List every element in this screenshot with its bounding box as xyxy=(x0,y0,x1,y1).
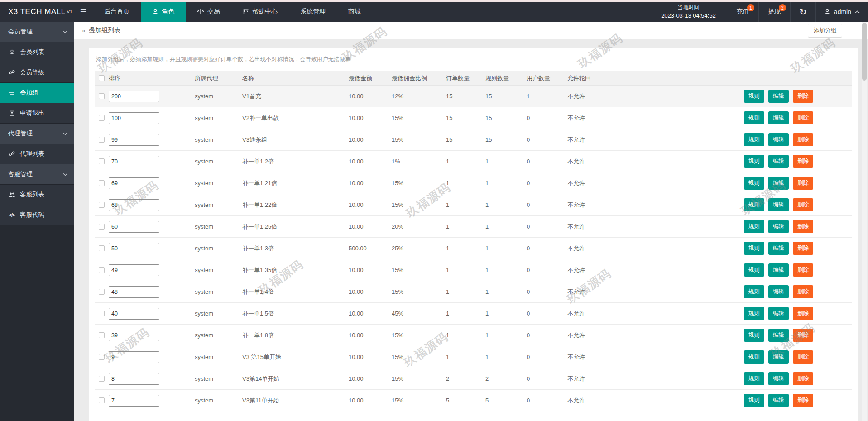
row-checkbox[interactable] xyxy=(99,354,105,360)
sort-input[interactable] xyxy=(109,177,159,189)
sidebar-item-member-level[interactable]: 会员等级 xyxy=(0,62,74,83)
nav-item-mall[interactable]: 商城 xyxy=(337,2,372,22)
rule-button[interactable]: 规则 xyxy=(744,155,764,168)
edit-button[interactable]: 编辑 xyxy=(768,285,789,298)
delete-button[interactable]: 删除 xyxy=(793,177,813,190)
row-checkbox[interactable] xyxy=(99,137,105,143)
sort-input[interactable] xyxy=(109,221,159,233)
add-group-button[interactable]: 添加分组 xyxy=(808,24,842,38)
edit-button[interactable]: 编辑 xyxy=(768,263,789,277)
sidebar-item-support-list[interactable]: 客服列表 xyxy=(0,185,74,205)
row-checkbox[interactable] xyxy=(99,397,105,403)
row-checkbox[interactable] xyxy=(99,332,105,338)
rule-button[interactable]: 规则 xyxy=(744,263,764,277)
sort-input[interactable] xyxy=(109,199,159,211)
delete-button[interactable]: 删除 xyxy=(793,155,813,168)
sidebar-item-stack-group[interactable]: 叠加组 xyxy=(0,83,74,103)
sidebar-item-agent-list[interactable]: 代理列表 xyxy=(0,144,74,164)
row-checkbox[interactable] xyxy=(99,93,105,99)
row-checkbox[interactable] xyxy=(99,180,105,186)
rule-button[interactable]: 规则 xyxy=(744,242,764,255)
refresh-button[interactable]: ↻ xyxy=(790,2,815,22)
rule-button[interactable]: 规则 xyxy=(744,307,764,320)
sidebar-group-members[interactable]: 会员管理 xyxy=(0,22,74,42)
row-checkbox[interactable] xyxy=(99,245,105,251)
rule-button[interactable]: 规则 xyxy=(744,285,764,298)
edit-button[interactable]: 编辑 xyxy=(768,155,789,168)
delete-button[interactable]: 删除 xyxy=(793,285,813,298)
sort-input[interactable] xyxy=(109,330,159,341)
recharge-button[interactable]: 充值 1 xyxy=(727,2,758,22)
sort-input[interactable] xyxy=(109,395,159,407)
edit-button[interactable]: 编辑 xyxy=(768,350,789,364)
page-scrollbar[interactable] xyxy=(862,22,867,421)
edit-button[interactable]: 编辑 xyxy=(768,372,789,385)
rule-button[interactable]: 规则 xyxy=(744,111,764,124)
edit-button[interactable]: 编辑 xyxy=(768,307,789,320)
nav-item-system[interactable]: 系统管理 xyxy=(289,2,337,22)
sidebar-group-support[interactable]: 客服管理 xyxy=(0,164,74,185)
withdraw-button[interactable]: 提现 2 xyxy=(758,2,790,22)
delete-button[interactable]: 删除 xyxy=(793,90,813,103)
row-checkbox[interactable] xyxy=(99,115,105,121)
sort-input[interactable] xyxy=(109,373,159,385)
sort-input[interactable] xyxy=(109,112,159,124)
row-checkbox[interactable] xyxy=(99,376,105,382)
row-checkbox[interactable] xyxy=(99,311,105,316)
edit-button[interactable]: 编辑 xyxy=(768,242,789,255)
edit-button[interactable]: 编辑 xyxy=(768,220,789,233)
edit-button[interactable]: 编辑 xyxy=(768,177,789,190)
delete-button[interactable]: 删除 xyxy=(793,329,813,342)
sort-input[interactable] xyxy=(109,351,159,363)
rule-button[interactable]: 规则 xyxy=(744,177,764,190)
sidebar-group-agents[interactable]: 代理管理 xyxy=(0,124,74,144)
delete-button[interactable]: 删除 xyxy=(793,198,813,211)
scrollbar-thumb[interactable] xyxy=(862,23,867,81)
row-checkbox[interactable] xyxy=(99,158,105,164)
delete-button[interactable]: 删除 xyxy=(793,372,813,385)
rule-button[interactable]: 规则 xyxy=(744,133,764,146)
sort-input[interactable] xyxy=(109,243,159,254)
delete-button[interactable]: 删除 xyxy=(793,307,813,320)
rule-button[interactable]: 规则 xyxy=(744,220,764,233)
rule-button[interactable]: 规则 xyxy=(744,90,764,103)
row-checkbox[interactable] xyxy=(99,202,105,208)
edit-button[interactable]: 编辑 xyxy=(768,90,789,103)
sidebar-item-support-code[interactable]: </> 客服代码 xyxy=(0,205,74,225)
edit-button[interactable]: 编辑 xyxy=(768,198,789,211)
delete-button[interactable]: 删除 xyxy=(793,242,813,255)
rule-button[interactable]: 规则 xyxy=(744,198,764,211)
rule-button[interactable]: 规则 xyxy=(744,372,764,385)
sidebar-toggle-button[interactable]: ☰ xyxy=(74,2,93,22)
delete-button[interactable]: 删除 xyxy=(793,350,813,364)
sort-input[interactable] xyxy=(109,286,159,298)
nav-item-roles[interactable]: 角色 xyxy=(141,2,186,22)
row-checkbox[interactable] xyxy=(99,224,105,230)
edit-button[interactable]: 编辑 xyxy=(768,329,789,342)
select-all-checkbox[interactable] xyxy=(99,75,105,81)
row-checkbox[interactable] xyxy=(99,289,105,295)
user-menu[interactable]: admin xyxy=(815,2,868,22)
delete-button[interactable]: 删除 xyxy=(793,133,813,146)
sort-input[interactable] xyxy=(109,156,159,167)
sort-input[interactable] xyxy=(109,91,159,102)
nav-item-trade[interactable]: 交易 xyxy=(186,2,231,22)
edit-button[interactable]: 编辑 xyxy=(768,111,789,124)
nav-item-dashboard[interactable]: 后台首页 xyxy=(93,2,141,22)
rule-button[interactable]: 规则 xyxy=(744,350,764,364)
rule-button[interactable]: 规则 xyxy=(744,329,764,342)
sort-input[interactable] xyxy=(109,134,159,146)
delete-button[interactable]: 删除 xyxy=(793,111,813,124)
edit-button[interactable]: 编辑 xyxy=(768,133,789,146)
sidebar-item-member-list[interactable]: 会员列表 xyxy=(0,42,74,62)
sort-input[interactable] xyxy=(109,264,159,276)
delete-button[interactable]: 删除 xyxy=(793,394,813,407)
rule-button[interactable]: 规则 xyxy=(744,394,764,407)
sidebar-item-exit-request[interactable]: 申请退出 xyxy=(0,103,74,124)
nav-item-help-center[interactable]: 帮助中心 xyxy=(231,2,289,22)
sort-input[interactable] xyxy=(109,308,159,320)
delete-button[interactable]: 删除 xyxy=(793,220,813,233)
edit-button[interactable]: 编辑 xyxy=(768,394,789,407)
delete-button[interactable]: 删除 xyxy=(793,263,813,277)
row-checkbox[interactable] xyxy=(99,267,105,273)
